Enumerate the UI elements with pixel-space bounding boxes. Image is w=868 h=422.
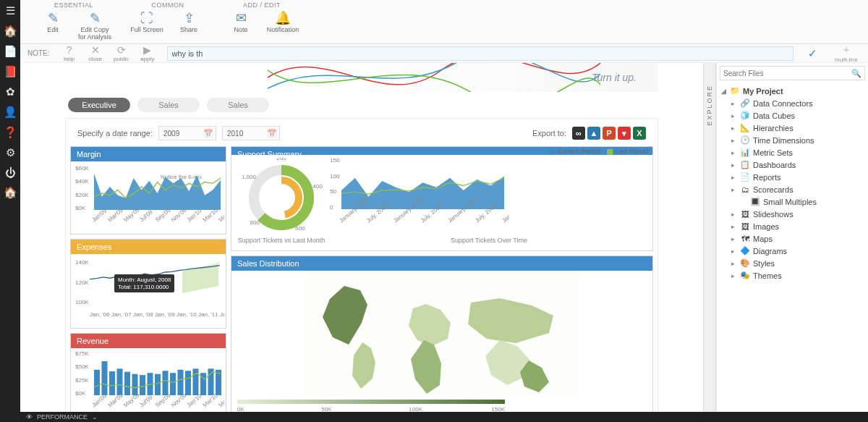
tree-item[interactable]: ▸🔷Diagrams xyxy=(731,245,864,257)
tree-item[interactable]: ▸🗂Scorecards xyxy=(731,183,864,195)
tree-item[interactable]: 🔳Small Multiples xyxy=(731,195,864,208)
multiline-button[interactable]: ＋multi-line xyxy=(832,43,861,63)
view-tabs: ExecutiveSalesSales xyxy=(65,92,658,118)
svg-text:50: 50 xyxy=(330,188,336,195)
home2-icon[interactable]: 🏠 xyxy=(4,186,17,199)
svg-rect-32 xyxy=(124,372,130,395)
svg-rect-29 xyxy=(102,361,108,395)
tree-item[interactable]: ▸🖼Slideshows xyxy=(731,208,864,220)
svg-rect-36 xyxy=(155,374,161,395)
svg-rect-39 xyxy=(178,370,184,395)
svg-text:100K: 100K xyxy=(409,406,422,412)
svg-text:$40K: $40K xyxy=(75,178,89,185)
close-button[interactable]: ✕close xyxy=(83,44,108,62)
svg-text:100K: 100K xyxy=(75,299,89,305)
svg-text:400: 400 xyxy=(313,183,323,190)
settings-icon[interactable]: ⚙ xyxy=(6,146,15,159)
tree-item[interactable]: ▸📐Hierarchies xyxy=(731,122,864,134)
tree-item[interactable]: ▸🧊Data Cubes xyxy=(731,109,864,122)
share-button[interactable]: ⇪Share xyxy=(169,9,208,35)
svg-text:0K: 0K xyxy=(237,406,244,412)
export-label: Export to: xyxy=(532,129,566,138)
svg-text:$60K: $60K xyxy=(75,165,89,172)
leaf-icon[interactable]: ✿ xyxy=(6,85,15,98)
notification-button[interactable]: 🔔Notification xyxy=(263,9,302,35)
tree-item[interactable]: ▸🕒Time Dimensions xyxy=(731,134,864,146)
svg-text:150K: 150K xyxy=(491,406,505,412)
legend-current: Current Period xyxy=(550,148,600,155)
public-button[interactable]: ⟳public xyxy=(109,44,134,62)
help-button[interactable]: ?help xyxy=(57,44,82,62)
confirm-icon[interactable]: ✓ xyxy=(808,47,817,60)
tab-1[interactable]: Sales xyxy=(137,98,200,112)
tree-item[interactable]: ▸📊Metric Sets xyxy=(731,146,864,159)
note-button[interactable]: ✉Note xyxy=(221,9,260,35)
margin-panel: Margin $0K$20K$40K$60K Notice the 6-mo. … xyxy=(70,146,226,235)
tab-0[interactable]: Executive xyxy=(68,98,130,112)
legend-last: Last Period xyxy=(607,148,648,155)
export-ppt-icon[interactable]: P xyxy=(603,127,616,140)
export-pdf-icon[interactable]: ▾ xyxy=(618,127,631,140)
home-icon[interactable]: 🏠 xyxy=(4,25,17,38)
svg-text:Jan, '09: Jan, '09 xyxy=(155,311,175,318)
explore-panel: 🔍 ◢📁My Project ▸🔗Data Connectors▸🧊Data C… xyxy=(716,63,868,412)
tab-2[interactable]: Sales xyxy=(207,98,269,112)
book-icon[interactable]: 📕 xyxy=(4,65,17,78)
export-dundas-icon[interactable]: ∞ xyxy=(572,127,585,140)
map-scale: 0K50K100K150K xyxy=(234,398,650,412)
chevron-down-icon[interactable]: ⌄ xyxy=(92,413,98,421)
svg-text:Jan, '11: Jan, '11 xyxy=(198,311,218,318)
menu-icon[interactable]: ☰ xyxy=(6,4,15,17)
svg-text:$75K: $75K xyxy=(75,351,89,357)
edit-copy-button[interactable]: ✎Edit Copy for Analysis xyxy=(75,9,114,42)
svg-rect-41 xyxy=(193,368,199,395)
expenses-panel: Expenses 100K120K140K Jan, '06Jan, '07Ja… xyxy=(70,239,226,329)
svg-text:Jul'09: Jul'09 xyxy=(138,394,154,409)
svg-text:1,000: 1,000 xyxy=(242,174,257,180)
export-excel-icon[interactable]: X xyxy=(633,127,646,140)
margin-title: Margin xyxy=(71,147,226,161)
tree-item[interactable]: ▸🖼Images xyxy=(731,220,864,232)
svg-text:$0K: $0K xyxy=(75,205,86,211)
svg-text:Jan, '10: Jan, '10 xyxy=(176,311,197,318)
date-from-input[interactable]: 2009 xyxy=(158,126,216,140)
tree-item[interactable]: ▸🔗Data Connectors xyxy=(731,97,864,109)
svg-text:100: 100 xyxy=(330,173,340,180)
edit-button[interactable]: ✎Edit xyxy=(33,9,72,42)
svg-text:200: 200 xyxy=(276,158,286,161)
svg-text:$25K: $25K xyxy=(75,377,89,384)
svg-text:120K: 120K xyxy=(75,279,89,286)
svg-rect-31 xyxy=(117,368,123,395)
svg-rect-34 xyxy=(140,375,145,395)
tree-item[interactable]: ▸📋Dashboards xyxy=(731,159,864,171)
apply-button[interactable]: ▶apply xyxy=(135,44,160,62)
left-nav: ☰ 🏠 📄 📕 ✿ 👤 ❓ ⚙ ⏻ 🏠 xyxy=(0,0,20,422)
page-icon[interactable]: 📄 xyxy=(4,45,17,58)
search-icon[interactable]: 🔍 xyxy=(851,69,861,78)
tree-item[interactable]: ▸🎭Themes xyxy=(731,269,864,282)
help-icon[interactable]: ❓ xyxy=(4,126,17,139)
explore-tab[interactable]: EXPLORE xyxy=(703,63,716,412)
tree-item[interactable]: ▸🗺Maps xyxy=(731,232,864,245)
svg-rect-30 xyxy=(109,371,115,395)
sales-map xyxy=(234,274,650,397)
user-icon[interactable]: 👤 xyxy=(4,106,17,119)
tree-item[interactable]: ▸📄Reports xyxy=(731,171,864,183)
fullscreen-button[interactable]: ⛶Full Screen xyxy=(127,9,166,35)
tree-item[interactable]: ▸🎨Styles xyxy=(731,257,864,269)
svg-text:150: 150 xyxy=(330,158,340,164)
svg-text:140K: 140K xyxy=(75,259,89,266)
svg-text:Jan, '06: Jan, '06 xyxy=(90,311,110,318)
search-files[interactable]: 🔍 xyxy=(720,66,865,80)
tree-root[interactable]: ◢📁My Project xyxy=(721,85,864,97)
note-input[interactable] xyxy=(167,46,793,61)
power-icon[interactable]: ⏻ xyxy=(5,166,16,179)
svg-text:$20K: $20K xyxy=(75,192,89,198)
svg-text:0: 0 xyxy=(330,204,333,211)
export-image-icon[interactable]: ▲ xyxy=(587,127,600,140)
date-to-input[interactable]: 2010 xyxy=(222,126,280,140)
svg-text:800: 800 xyxy=(250,219,260,226)
search-input[interactable] xyxy=(723,69,851,77)
note-toolbar: NOTE: ?help✕close⟳public▶apply ✓ ＋multi-… xyxy=(20,44,868,63)
sales-panel: Sales Distribution xyxy=(231,256,653,412)
